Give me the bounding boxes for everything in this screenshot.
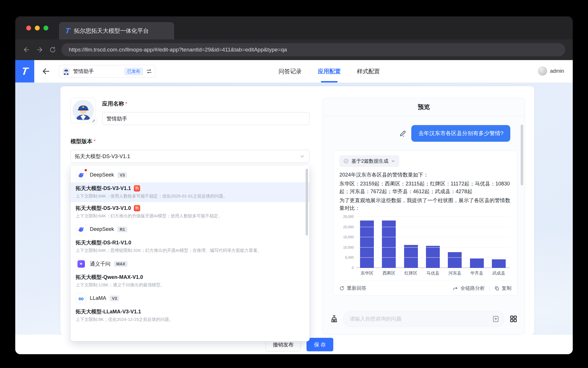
chart-gridline [356, 237, 510, 237]
site-favicon: T [65, 26, 71, 35]
app-header: T 警情助手 已发布 问答记录 应用配置 样式配置 admin [15, 60, 573, 83]
preview-panel: 预览 去年汉东市各区县分别有多少警情? 基于2篇数据生成 2024年汉东市各区县… [323, 98, 525, 335]
provider-name: 通义千问 [90, 260, 111, 267]
browser-toolbar: https://llm.trscd.com.cn/llmops-app/#/ed… [15, 39, 573, 60]
maximize-window-button[interactable] [43, 26, 48, 30]
model-option-title: 拓天大模型-LLaMA-V3-V1.1 [76, 308, 141, 315]
model-group-header: DeepSeekR1 [71, 222, 309, 237]
app-name-label: 应用名称* [102, 100, 127, 108]
clear-chat-icon[interactable] [330, 315, 338, 323]
chart-x-tick-label: 河东县 [444, 271, 466, 276]
chart-x-tick-label: 武成县 [488, 271, 510, 276]
tab-app-config[interactable]: 应用配置 [318, 60, 341, 83]
chart-x-tick-label: 马优县 [422, 271, 444, 276]
switch-app-icon[interactable] [146, 68, 152, 74]
app-page: T 警情助手 已发布 问答记录 应用配置 样式配置 admin [15, 60, 573, 354]
chart-bar-武成县 [492, 259, 506, 268]
model-version-value: 拓天大模型-DS-V3-V1.1 [75, 153, 130, 160]
copy-button[interactable]: 复制 [494, 285, 511, 292]
browser-tabstrip: T 拓尔思拓天大模型一体化平台 [15, 16, 573, 39]
chart-x-tick-label: 红牌区 [400, 271, 422, 276]
chevron-down-icon [299, 154, 305, 159]
preview-title: 预览 [323, 98, 525, 116]
qwen-icon: ✦ [77, 260, 85, 268]
required-asterisk: * [94, 138, 96, 144]
deepseek-icon [77, 226, 85, 233]
address-bar[interactable]: https://llm.trscd.com.cn/llmops-app/#/ed… [61, 43, 565, 56]
chart-bar-红牌区 [404, 245, 418, 268]
model-group-header: ✦通义千问MAX [71, 256, 309, 271]
dropdown-scrollbar[interactable] [306, 169, 308, 235]
app-avatar-field[interactable] [71, 98, 96, 123]
hot-badge: 热 [134, 185, 140, 191]
model-option-title: 拓天大模型-DS-V3-V1.0 [76, 205, 131, 212]
tab-qa-records[interactable]: 问答记录 [279, 60, 302, 83]
chart-bar-马优县 [426, 246, 440, 268]
minimize-window-button[interactable] [35, 26, 40, 30]
bar-chart: 05,00010,00015,00020,00025,000 东华区西蔺区红牌区… [339, 217, 511, 276]
model-option-desc: 上下文限制:64K；使用人数较多可能不稳定；优化2025-01-01之前反馈的问… [76, 193, 304, 199]
chat-scrollbar[interactable] [521, 124, 523, 185]
user-menu[interactable]: admin [538, 66, 564, 76]
apps-grid-icon[interactable] [509, 315, 518, 323]
chart-bar-河东县 [448, 252, 462, 268]
chart-bar-西蔺区 [382, 221, 396, 268]
llama-meta-icon: ∞ [78, 295, 84, 302]
chart-bar-华齐县 [470, 258, 484, 268]
app-logo[interactable]: T [15, 60, 34, 83]
model-dropdown: DeepSeekV3拓天大模型-DS-V3-V1.1热上下文限制:64K；使用人… [71, 165, 309, 341]
app-name-input[interactable]: 警情助手 [102, 112, 309, 125]
close-window-button[interactable] [26, 26, 31, 30]
provider-tag: R1 [117, 227, 127, 232]
notification-dot [84, 168, 87, 172]
model-version-label: 模型版本* [71, 138, 96, 145]
chart-y-tick-label: 5,000 [345, 256, 354, 260]
answer-line-1: 2024年汉东市各区县的警情数量如下： [339, 171, 511, 179]
chevron-down-icon [391, 159, 395, 163]
model-option[interactable]: 拓天大模型-LLaMA-V3-V1.1上下文限制:8K；优化2024-12-25… [71, 306, 309, 325]
copy-icon [494, 286, 499, 291]
browser-tab[interactable]: T 拓尔思拓天大模型一体化平台 [59, 22, 174, 39]
model-option-desc: 上下文限制:64K；幻方推出的升级版开源AI模型；使用人数较多可能不稳定。 [76, 213, 304, 219]
chat-input-bar: 请输入你想咨询的问题 [323, 308, 525, 334]
model-option[interactable]: 拓天大模型-DS-V3-V1.0热上下文限制:64K；幻方推出的升级版开源AI模… [71, 202, 309, 222]
refresh-icon[interactable] [49, 46, 56, 53]
save-button[interactable]: 保 存 [307, 338, 333, 351]
chart-gridline [356, 216, 510, 217]
edit-avatar-button[interactable] [90, 117, 97, 124]
trace-icon [453, 285, 458, 291]
model-option[interactable]: 拓天大模型-DS-V3-V1.1热上下文限制:64K；使用人数较多可能不稳定；优… [71, 182, 309, 202]
forward-icon[interactable] [36, 46, 43, 53]
provider-name: DeepSeek [90, 226, 114, 232]
back-arrow-icon[interactable] [42, 67, 50, 76]
back-icon[interactable] [23, 46, 30, 53]
chart-gridline [356, 257, 510, 258]
model-group-header: DeepSeekV3 [71, 168, 309, 182]
trace-analysis-button[interactable]: 全链路分析 [453, 285, 485, 292]
model-option[interactable]: 拓天大模型-Qwen-MAX-V1.0上下文限制:128K；通义千问推出的最强模… [71, 271, 309, 291]
user-message-bubble: 去年汉东市各区县分别有多少警情? [411, 125, 510, 142]
provider-tag: V3 [117, 172, 127, 178]
window-controls [26, 26, 48, 30]
app-avatar [62, 67, 70, 75]
chart-gridline [356, 227, 510, 227]
source-badge[interactable]: 基于2篇数据生成 [339, 155, 399, 167]
answer-line-2: 东华区：23159起；西蔺区：23115起；红牌区：11172起；马优县：108… [339, 180, 511, 195]
tab-style-config[interactable]: 样式配置 [357, 60, 380, 83]
model-version-select[interactable]: 拓天大模型-DS-V3-V1.1 [71, 150, 309, 163]
provider-tag: MAX [114, 261, 128, 267]
source-badge-label: 基于2篇数据生成 [351, 158, 388, 164]
regenerate-button[interactable]: 重新回答 [339, 285, 366, 292]
chat-input[interactable]: 请输入你想咨询的问题 [343, 311, 505, 327]
app-name: 警情助手 [73, 68, 121, 75]
header-tabs: 问答记录 应用配置 样式配置 [279, 60, 380, 83]
logo-glyph: T [21, 65, 29, 77]
model-option[interactable]: 拓天大模型-DS-R1-V1.0上下文限制:64K；思维链限制:32K；幻方推出… [71, 237, 309, 256]
divider: | [489, 285, 490, 291]
send-icon[interactable] [492, 315, 500, 323]
chart-y-tick-label: 20,000 [343, 225, 354, 229]
app-name-box[interactable]: 警情助手 已发布 [59, 65, 155, 78]
refresh-icon [339, 286, 345, 291]
edit-message-icon[interactable] [399, 130, 407, 137]
provider-name: DeepSeek [90, 172, 114, 178]
